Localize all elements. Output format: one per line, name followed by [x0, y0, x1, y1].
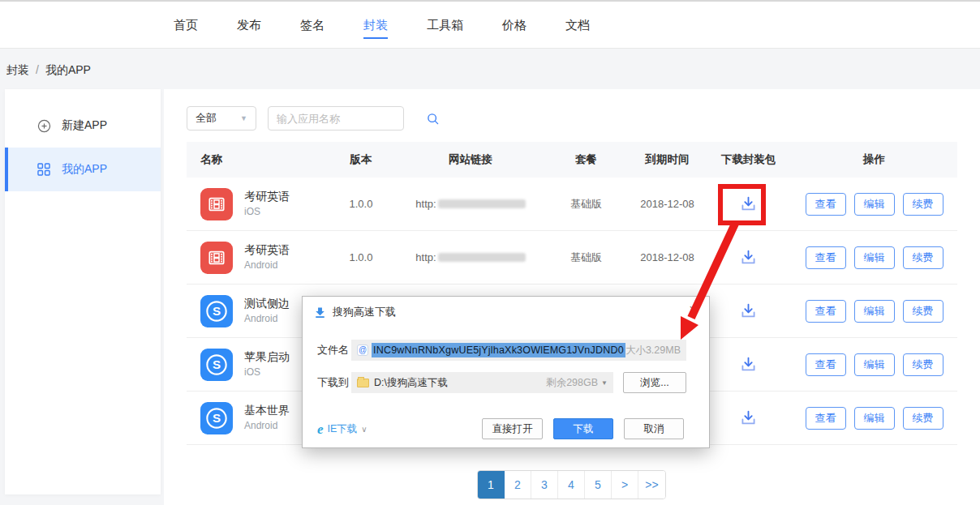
column-header: 操作 — [791, 152, 957, 167]
download-to-label: 下载到 — [317, 372, 349, 393]
download-icon — [314, 306, 326, 319]
column-header: 到期时间 — [629, 152, 706, 167]
open-directly-button[interactable]: 直接打开 — [482, 418, 543, 439]
caret-down-icon: ▼ — [601, 379, 608, 387]
page-5[interactable]: 5 — [585, 471, 612, 499]
page-3[interactable]: 3 — [531, 471, 558, 499]
redacted-link — [438, 199, 526, 208]
page-1[interactable]: 1 — [478, 471, 505, 499]
app-name: 苹果启动 — [244, 350, 290, 365]
dialog-title-bar: 搜狗高速下载 — [314, 305, 396, 319]
download-button[interactable]: 下载 — [553, 418, 613, 439]
website-link: http: — [415, 198, 525, 210]
search-input[interactable] — [269, 113, 426, 125]
plan: 基础版 — [544, 250, 629, 265]
download-package-button[interactable] — [736, 352, 761, 377]
space-remaining[interactable]: 剩余298GB▼ — [546, 376, 608, 390]
nav-item[interactable]: 工具箱 — [407, 2, 483, 49]
renew-button[interactable]: 续费 — [903, 246, 943, 269]
table-row: S 考研英语 iOS 1.0.0 http: 基础版 2018-12-08 查看… — [187, 178, 957, 231]
page-4[interactable]: 4 — [558, 471, 585, 499]
app-name: 测试侧边 — [244, 297, 290, 311]
app-version: 1.0.0 — [325, 251, 398, 263]
view-button[interactable]: 查看 — [806, 407, 846, 430]
plus-circle-icon — [36, 118, 52, 134]
film-icon — [206, 194, 227, 215]
app-name: 考研英语 — [244, 190, 290, 204]
top-strip — [0, 0, 980, 2]
search-icon[interactable] — [426, 112, 440, 126]
nav-item[interactable]: 发布 — [217, 2, 281, 49]
breadcrumb-separator: / — [36, 63, 39, 76]
nav-item[interactable]: 价格 — [483, 2, 546, 49]
file-size: 大小3.29MB — [625, 344, 681, 357]
sidebar: 新建APP 我的APP — [5, 89, 161, 494]
app-icon: S — [200, 242, 233, 274]
nav-item[interactable]: 首页 — [154, 2, 217, 49]
page-2[interactable]: 2 — [505, 471, 531, 499]
table-header: 名称版本网站链接套餐到期时间下载封装包操作 — [187, 142, 957, 178]
nav-item[interactable]: 签名 — [281, 2, 344, 49]
annotation-highlight-box — [718, 184, 766, 225]
expiry-date: 2018-12-08 — [629, 251, 706, 263]
category-select-value: 全部 — [196, 111, 217, 126]
browse-button[interactable]: 浏览... — [623, 372, 686, 393]
next-page-button[interactable]: > — [612, 471, 638, 499]
category-select[interactable]: 全部 ▼ — [187, 106, 256, 131]
ie-download-dropdown[interactable]: e IE下载 ∨ — [317, 418, 368, 439]
view-button[interactable]: 查看 — [806, 246, 846, 269]
ie-download-label: IE下载 — [328, 422, 358, 436]
edit-button[interactable]: 编辑 — [854, 193, 895, 216]
breadcrumb-item[interactable]: 封装 — [6, 63, 29, 76]
app-platform: Android — [244, 420, 290, 432]
edit-button[interactable]: 编辑 — [854, 246, 895, 269]
close-icon[interactable]: × — [689, 302, 698, 317]
row-actions: 查看编辑续费 — [791, 246, 957, 269]
row-actions: 查看编辑续费 — [791, 300, 957, 323]
filename-value[interactable]: INC9wNnRNbXgwUE5jYjlhaXk3OWlEMG1JVnJDND0 — [372, 343, 625, 357]
sidebar-item[interactable]: 新建APP — [5, 104, 161, 148]
app-icon: S — [200, 295, 233, 327]
breadcrumb: 封装/我的APP — [6, 63, 91, 78]
edit-button[interactable]: 编辑 — [854, 300, 895, 323]
s-logo-icon: S — [205, 407, 228, 430]
renew-button[interactable]: 续费 — [903, 300, 943, 323]
last-page-button[interactable]: >> — [638, 471, 665, 499]
redacted-link — [438, 253, 526, 262]
download-dialog: 搜狗高速下载 × 文件名 @ INC9wNnRNbXgwUE5jYjlhaXk3… — [302, 296, 710, 448]
renew-button[interactable]: 续费 — [903, 407, 943, 430]
destination-field[interactable]: D:\搜狗高速下载 剩余298GB▼ — [351, 372, 613, 393]
view-button[interactable]: 查看 — [806, 300, 846, 323]
renew-button[interactable]: 续费 — [903, 353, 943, 376]
sidebar-item-label: 我的APP — [62, 162, 107, 177]
renew-button[interactable]: 续费 — [903, 193, 943, 216]
edit-button[interactable]: 编辑 — [854, 353, 895, 376]
column-header: 版本 — [325, 152, 398, 167]
app-name: 考研英语 — [244, 243, 290, 258]
pagination: 12345>>> — [477, 470, 666, 499]
view-button[interactable]: 查看 — [806, 353, 846, 376]
folder-icon — [357, 379, 369, 387]
table-row: S 考研英语 Android 1.0.0 http: 基础版 2018-12-0… — [187, 231, 957, 285]
nav-item[interactable]: 封装 — [344, 2, 407, 49]
filename-field[interactable]: @ INC9wNnRNbXgwUE5jYjlhaXk3OWlEMG1JVnJDN… — [351, 340, 686, 361]
expiry-date: 2018-12-08 — [629, 198, 706, 210]
download-package-button[interactable] — [736, 405, 761, 430]
svg-text:S: S — [213, 357, 221, 371]
view-button[interactable]: 查看 — [806, 193, 846, 216]
film-icon — [206, 247, 227, 268]
row-actions: 查看编辑续费 — [791, 353, 957, 376]
app-platform: Android — [244, 259, 290, 272]
app-icon: S — [200, 188, 233, 220]
grid-icon — [36, 161, 52, 178]
cancel-button[interactable]: 取消 — [624, 418, 684, 439]
column-header: 网站链接 — [398, 152, 544, 167]
file-type-icon: @ — [357, 345, 368, 356]
download-package-button[interactable] — [736, 298, 761, 323]
download-package-button[interactable] — [736, 245, 761, 270]
nav-item[interactable]: 文档 — [546, 2, 609, 49]
sidebar-item[interactable]: 我的APP — [5, 148, 161, 191]
svg-text:S: S — [213, 411, 221, 425]
edit-button[interactable]: 编辑 — [854, 407, 895, 430]
destination-path: D:\搜狗高速下载 — [374, 376, 448, 390]
